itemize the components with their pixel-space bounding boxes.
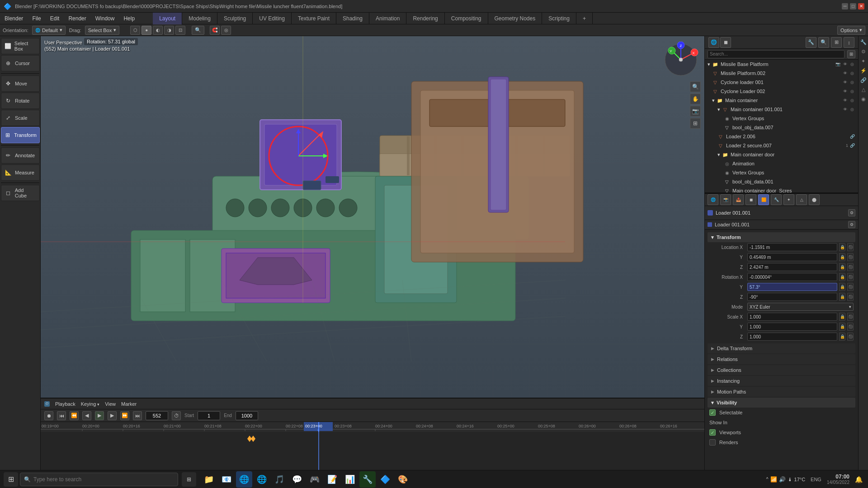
volume-icon[interactable]: 🔊 [779,476,786,483]
vis-icon-5[interactable]: 👁 [842,97,848,103]
tab-compositing[interactable]: Compositing [445,13,488,24]
close-button[interactable]: ✕ [858,3,864,9]
outliner-search-input[interactable] [708,50,844,58]
object-prop-tab[interactable]: 🟧 [758,194,769,205]
vis-icon-3[interactable]: 👁 [842,79,848,85]
location-z-anim[interactable]: ⚫ [847,263,854,271]
material-prop-tab[interactable]: ⬤ [809,194,820,205]
render-icon-2[interactable]: ◎ [849,70,855,76]
outliner-filter-btn[interactable]: ⊞ [847,50,855,58]
solid-btn[interactable]: ● [142,26,151,35]
particles-prop-tab[interactable]: ✦ [783,194,794,205]
location-y-lock[interactable]: 🔒 [839,253,845,261]
active-object-name[interactable]: Loader 001.001 [716,210,845,216]
outliner-item-bool-007[interactable]: ▽ bool_obj_data.007 [705,123,858,132]
drag-dropdown[interactable]: Select Box ▾ [85,26,120,35]
tool-rotate[interactable]: ↻ Rotate [1,93,40,109]
start-frame-input[interactable]: 1 [198,411,220,420]
transform-section-header[interactable]: ▾ Transform [708,232,855,242]
view-nav-btn[interactable]: ✋ [690,94,701,104]
tool-scale[interactable]: ⤢ Scale [1,110,40,126]
link-icon-9[interactable]: 🔗 [849,133,855,140]
outliner-item-animation[interactable]: ◎ Animation [705,159,858,168]
current-frame-input[interactable]: 552 [146,411,168,420]
collections-accordion[interactable]: ▶ Collections [708,365,855,375]
strip-object-props[interactable]: 🔧 [859,38,868,46]
snap-btn[interactable]: 🧲 [210,26,220,35]
scale-x-anim[interactable]: ⚫ [847,313,854,321]
scale-y-anim[interactable]: ⚫ [847,323,854,331]
view-layer-tab[interactable]: ◼ [720,37,731,48]
tool-transform[interactable]: ⊞ Transform [1,127,40,143]
start-button[interactable]: ⊞ [4,472,18,487]
taskbar-file-explorer[interactable]: 📁 [201,471,217,488]
tab-add[interactable]: + [576,13,593,24]
jump-start-btn[interactable]: ⏮ [57,411,66,420]
rotation-y-value[interactable]: 57.3° [747,283,837,291]
vis-hide-icon-1[interactable]: 👁 [842,61,848,67]
global-orientation-dropdown[interactable]: 🌐 Default ▾ [32,26,66,35]
instancing-accordion[interactable]: ▶ Instancing [708,376,855,386]
scale-z-lock[interactable]: 🔒 [839,333,845,341]
vis-icon-2[interactable]: 👁 [842,70,848,76]
tab-texture-paint[interactable]: Texture Paint [292,13,336,24]
tab-rendering[interactable]: Rendering [406,13,444,24]
strip-object-data-props[interactable]: △ [859,85,868,94]
link-icon-10[interactable]: 🔗 [849,142,855,149]
timeline-menu-keying[interactable]: Keying ▾ [81,401,100,407]
scale-x-value[interactable]: 1.000 [747,313,837,321]
location-z-lock[interactable]: 🔒 [839,263,845,271]
jump-end-btn[interactable]: ⏭ [133,411,142,420]
outliner-item-bool-001[interactable]: ▽ bool_obj_data.001 [705,177,858,186]
tab-modeling[interactable]: Modeling [182,13,217,24]
data-prop-tab[interactable]: △ [796,194,807,205]
notification-btn[interactable]: 🔔 [853,476,864,483]
rotation-x-lock[interactable]: 🔒 [839,273,845,281]
render-icon-3[interactable]: ◎ [849,79,855,85]
taskbar-browser-edge[interactable]: 🌐 [236,471,252,488]
taskbar-extra3[interactable]: 🎨 [395,471,411,488]
selectable-checkbox[interactable]: ✓ [709,409,716,416]
strip-modifier-props[interactable]: ⚙ [859,47,868,56]
play-btn[interactable]: ▶ [95,411,104,420]
rotation-mode-select[interactable]: XYZ Euler ▾ [747,303,854,311]
outliner-item-cyclone-002[interactable]: ▽ Cyclone Loader 002 👁 ◎ [705,87,858,96]
tab-scripting[interactable]: Scripting [542,13,576,24]
location-y-anim[interactable]: ⚫ [847,253,854,261]
taskbar-excel[interactable]: 📊 [342,471,358,488]
rotation-z-value[interactable]: -90° [747,293,837,301]
menu-blender[interactable]: Blender [0,15,28,22]
location-x-value[interactable]: -1.1591 m [747,243,837,251]
render-prop-tab[interactable]: 📸 [720,194,731,205]
location-x-lock[interactable]: 🔒 [839,243,845,251]
menu-window[interactable]: Window [91,15,119,22]
outliner-item-vertex-groups-2[interactable]: ◉ Vertex Groups [705,168,858,177]
end-frame-input[interactable]: 1000 [236,411,258,420]
motion-paths-accordion[interactable]: ▶ Motion Paths [708,387,855,397]
outliner-item-loader-2-secure[interactable]: ▽ Loader 2 secure.007 1 🔗 [705,141,858,150]
strip-material-props[interactable]: ◉ [859,95,868,103]
taskbar-steam[interactable]: 🎮 [307,471,323,488]
output-prop-tab[interactable]: 📤 [733,194,744,205]
rendered-btn[interactable]: ◑ [164,26,174,35]
object-color-swatch[interactable] [708,210,713,216]
network-icon[interactable]: 📶 [770,476,777,483]
scale-z-value[interactable]: 1.000 [747,333,837,341]
rotation-y-anim[interactable]: ⚫ [847,283,854,291]
camera-btn[interactable]: 📷 [690,106,701,117]
tab-sculpting[interactable]: Sculpting [217,13,253,24]
menu-render[interactable]: Render [64,15,90,22]
view-layer-prop-tab[interactable]: ◼ [745,194,756,205]
filter2-btn[interactable]: ⊞ [831,37,842,48]
tab-geometry-nodes[interactable]: Geometry Nodes [488,13,542,24]
menu-edit[interactable]: Edit [46,15,64,22]
visibility-section-header[interactable]: ▾ Visibility [708,398,855,408]
taskbar-word[interactable]: 📝 [324,471,340,488]
play-pause-btn[interactable]: ⏺ [44,411,53,420]
step-forward-btn[interactable]: ▶ [108,411,117,420]
snap-search[interactable]: 🔍 [192,26,204,35]
xray-btn[interactable]: ⊡ [175,26,185,35]
render-icon-4[interactable]: ◎ [849,88,855,94]
strip-particles-props[interactable]: ✦ [859,57,868,65]
tool-add-cube[interactable]: ◻ Add Cube [1,185,40,201]
